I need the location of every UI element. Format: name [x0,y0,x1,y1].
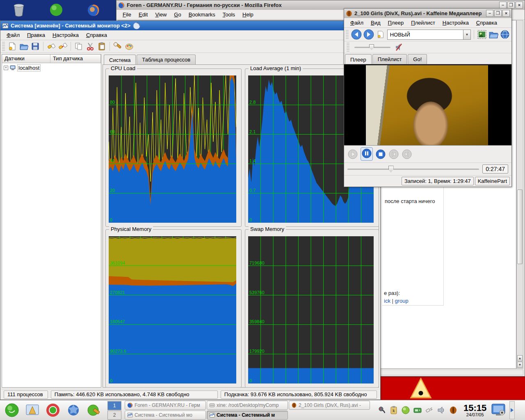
video-area[interactable] [344,64,511,146]
menu-settings[interactable]: Настройка [439,18,472,27]
menu-help[interactable]: Справка [82,31,111,39]
menu-go[interactable]: Go [170,10,185,19]
open-folder-icon[interactable] [19,41,29,51]
task-xine[interactable]: xine: /root/Desktop/myComp [207,401,288,410]
pause-button[interactable] [361,148,372,159]
playlist-combobox[interactable]: НОВЫЙ ▼ [387,30,471,40]
tree-item-localhost[interactable]: + localhost [3,64,100,72]
minimize-button[interactable]: – [499,2,507,9]
yast-icon[interactable] [86,402,102,418]
new-playlist-icon[interactable] [376,30,386,39]
previous-button[interactable] [388,149,399,160]
menu-file[interactable]: File [119,10,135,19]
menu-help[interactable]: Справка [472,18,501,27]
scrollbar-thumb[interactable] [517,189,523,264]
menu-file[interactable]: Файл [3,31,23,39]
cut-icon[interactable] [85,41,95,51]
pager-desktop-1[interactable]: 1 [107,401,121,410]
chevron-down-icon[interactable]: ▼ [463,30,470,39]
suse-help-icon[interactable] [45,402,61,418]
menu-help[interactable]: Help [239,10,257,19]
tray-susewatcher-icon[interactable] [401,406,410,415]
menu-playlist[interactable]: Плейлист [407,18,439,27]
menu-tools[interactable]: Tools [219,10,239,19]
tray-klipper-icon[interactable]: k [389,406,398,415]
scroll-down-button[interactable]: ▼ [517,362,523,368]
menu-view[interactable]: View [151,10,170,19]
new-document-icon[interactable] [7,41,17,51]
save-icon[interactable] [30,41,40,51]
tab-process-table[interactable]: Таблица процессов [137,55,196,64]
volume-slider[interactable] [354,47,390,48]
play-button[interactable] [347,149,358,160]
display-settings-icon[interactable] [491,402,507,418]
column-sensor-type[interactable]: Тип датчика [50,55,101,63]
menu-view[interactable]: Вид [367,18,384,27]
expander-icon[interactable]: + [4,66,8,70]
task-kaffeine[interactable]: 2_100 Girls (DivX, Rus).avi - [289,401,370,410]
link-group[interactable]: group [395,298,409,304]
show-desktop-icon[interactable] [25,402,40,418]
maximize-button[interactable]: ❒ [494,10,502,17]
network-stream-icon[interactable] [500,30,510,39]
tray-kaffeine-icon[interactable] [449,406,458,415]
volume-slider-handle[interactable] [369,44,374,50]
desktop-wallpaper-topleft [0,0,116,21]
ksysguard-titlebar[interactable]: Система [изменён] - Системный монитор <2… [0,21,380,30]
tray-kmix-icon[interactable] [437,406,446,415]
scroll-up-button[interactable]: ▲ [517,355,523,361]
close-button[interactable]: × [516,2,523,9]
stop-button[interactable] [375,149,386,160]
seek-slider-handle[interactable] [388,166,394,173]
paste-icon[interactable] [97,41,107,51]
firefox-scrollbar[interactable]: ▲ ▼ [516,20,523,369]
toolbar-handle[interactable] [346,30,349,39]
open-file-icon[interactable] [488,30,498,39]
toolbar-handle[interactable] [347,43,349,52]
konqueror-icon[interactable] [66,402,81,418]
menu-edit[interactable]: Edit [135,10,151,19]
mute-icon[interactable] [395,43,404,52]
firefox-desktop-icon[interactable] [86,2,101,17]
panel-hide-button[interactable] [509,401,515,419]
menu-edit[interactable]: Правка [23,31,49,39]
tab-system[interactable]: Система [104,55,136,65]
kmenu-suse-icon[interactable] [4,402,20,418]
next-button[interactable] [402,149,412,160]
task-ksysguard-2[interactable]: Система - Системный м [207,411,288,420]
forward-button[interactable] [363,29,374,40]
close-button[interactable]: × [502,10,510,17]
menu-player[interactable]: Плеер [384,18,408,27]
toolbar-handle[interactable] [2,42,5,51]
tray-kpowersave-icon[interactable] [425,406,434,415]
link-ick[interactable]: ick [384,298,390,304]
tab-playlist[interactable]: Плейлист [372,54,407,64]
menu-file[interactable]: Файл [347,18,367,27]
palette-icon[interactable] [124,41,134,51]
suse-desktop-icon[interactable] [49,2,64,17]
trash-icon[interactable] [11,2,26,17]
pager-desktop-2[interactable]: 2 [107,411,121,420]
tab-player[interactable]: Плеер [345,54,372,64]
disconnect-host-icon[interactable] [58,41,68,51]
tray-keychain-icon[interactable] [377,406,386,415]
localhost-label[interactable]: localhost [17,64,41,71]
screenshot-icon[interactable] [477,30,487,39]
connect-host-icon[interactable] [46,41,56,51]
minimize-button[interactable]: – [486,10,493,17]
tab-go[interactable]: Go! [408,54,427,64]
task-ksysguard-1[interactable]: Система - Системный мо [125,411,206,420]
configure-icon[interactable] [113,41,123,51]
tray-suseplugger-icon[interactable] [413,406,422,415]
menu-bookmarks[interactable]: Bookmarks [185,10,219,19]
copy-icon[interactable] [74,41,84,51]
column-sensors[interactable]: Датчики [2,55,50,63]
back-button[interactable] [351,29,362,40]
seek-slider[interactable] [347,169,479,170]
task-firefox[interactable]: Foren - GERMANY.RU - Герм [125,401,206,410]
maximize-button[interactable]: ❒ [507,2,515,9]
kaffeine-titlebar[interactable]: 2_100 Girls (DivX, Rus).avi - Kaffeine М… [344,9,511,18]
menu-settings[interactable]: Настройка [49,31,82,39]
taskbar-clock[interactable]: 15:15 24/07/05 [463,403,486,418]
forum-table-cell [382,187,444,306]
